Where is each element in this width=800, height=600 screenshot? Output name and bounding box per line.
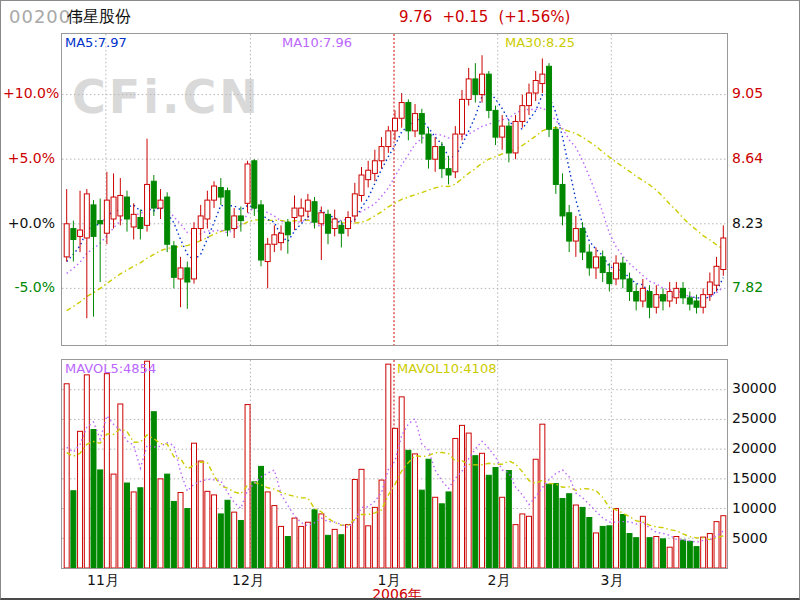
month-label: 3月 <box>577 572 647 590</box>
month-label: 11月 <box>68 572 138 590</box>
ma10-label: MA10:7.96 <box>282 35 352 50</box>
price-axis-label: 9.05 <box>732 85 763 102</box>
percent-axis-label: -5.0% <box>3 279 55 296</box>
stock-chart-page: 002003 伟星股份 9.76+0.15(+1.56%) CFi.CN MA5… <box>0 0 800 600</box>
year-label: 2006年 <box>357 586 437 600</box>
candlestick-chart-canvas <box>62 34 727 345</box>
ma30-label: MA30:8.25 <box>505 35 575 50</box>
stock-name: 伟星股份 <box>67 7 131 28</box>
percent-axis-label: +5.0% <box>3 150 55 167</box>
ma5-label: MA5:7.97 <box>65 35 127 50</box>
quote-change-pct: (+1.56%) <box>498 8 570 26</box>
volume-axis-label: 25000 <box>732 410 777 427</box>
month-label: 2月 <box>464 572 534 590</box>
percent-axis-label: +10.0% <box>3 85 55 102</box>
volume-axis-label: 5000 <box>732 530 768 547</box>
volume-axis-label: 15000 <box>732 470 777 487</box>
volume-chart-pane[interactable]: MAVOL5:4854 MAVOL10:4108 <box>61 359 728 569</box>
price-chart-pane[interactable]: CFi.CN MA5:7.97 MA10:7.96 MA30:8.25 <box>61 33 728 346</box>
quote: 9.76+0.15(+1.56%) <box>399 8 580 26</box>
volume-axis-label: 10000 <box>732 500 777 517</box>
volume-axis-label: 30000 <box>732 380 777 397</box>
volume-axis-label: 20000 <box>732 440 777 457</box>
mavol5-label: MAVOL5:4854 <box>65 361 156 376</box>
volume-chart-canvas <box>62 360 727 568</box>
month-label: 12月 <box>213 572 283 590</box>
price-axis-label: 8.64 <box>732 150 763 167</box>
quote-price: 9.76 <box>399 8 432 26</box>
quote-change: +0.15 <box>442 8 488 26</box>
price-axis-label: 7.82 <box>732 279 763 296</box>
percent-axis-label: +0.0% <box>3 215 55 232</box>
mavol10-label: MAVOL10:4108 <box>397 361 496 376</box>
price-axis-label: 8.23 <box>732 215 763 232</box>
